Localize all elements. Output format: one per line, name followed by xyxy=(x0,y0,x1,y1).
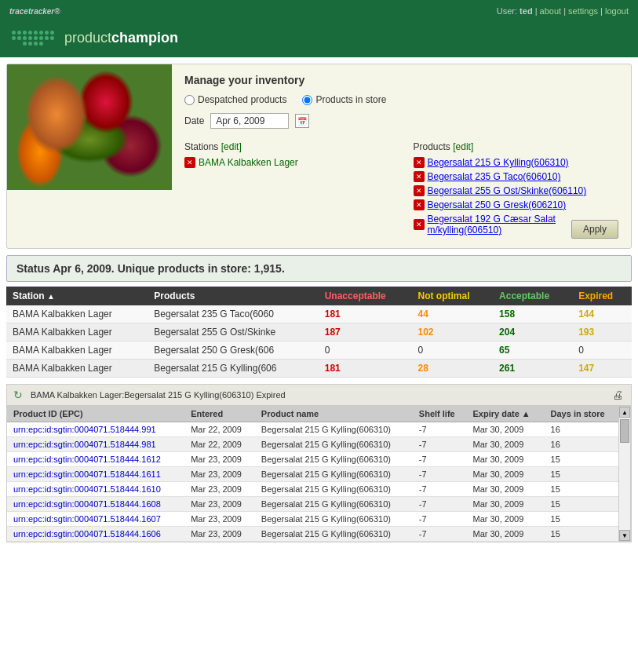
about-link[interactable]: about xyxy=(540,6,562,16)
station-item-0: ✕ BAMA Kalbakken Lager xyxy=(184,157,390,168)
scroll-thumb[interactable] xyxy=(620,419,629,443)
epc-link-3[interactable]: urn:epc:id:sgtin:0004071.518444.1611 xyxy=(13,469,161,479)
detail-days-3: 15 xyxy=(545,467,618,482)
detail-entered-0: Mar 22, 2009 xyxy=(184,422,255,437)
detail-entered-7: Mar 23, 2009 xyxy=(184,527,255,542)
detail-shelf-life-3: -7 xyxy=(413,467,467,482)
detail-col-expiry[interactable]: Expiry date ▲ xyxy=(466,406,544,422)
row-not-optimal-1[interactable]: 102 xyxy=(411,323,493,341)
logout-link[interactable]: logout xyxy=(605,6,629,16)
row-expired-2: 0 xyxy=(572,341,632,360)
stations-edit-link[interactable]: [edit] xyxy=(221,141,242,152)
detail-col-product-name: Product name xyxy=(255,406,413,422)
col-expired: Expired xyxy=(572,287,632,305)
detail-epc-4[interactable]: urn:epc:id:sgtin:0004071.518444.1610 xyxy=(7,482,184,497)
row-unacceptable-1[interactable]: 187 xyxy=(319,323,412,341)
product-remove-icon-2[interactable]: ✕ xyxy=(414,185,425,196)
row-acceptable-0[interactable]: 158 xyxy=(493,305,572,323)
detail-epc-1[interactable]: urn:epc:id:sgtin:0004071.518444.981 xyxy=(7,437,184,452)
epc-link-4[interactable]: urn:epc:id:sgtin:0004071.518444.1610 xyxy=(13,484,161,494)
product-link-3[interactable]: Begersalat 250 G Gresk(606210) xyxy=(428,199,567,210)
detail-days-1: 16 xyxy=(545,437,618,452)
detail-epc-2[interactable]: urn:epc:id:sgtin:0004071.518444.1612 xyxy=(7,452,184,467)
station-remove-icon-0[interactable]: ✕ xyxy=(184,157,195,168)
row-station-2: BAMA Kalbakken Lager xyxy=(6,341,148,360)
date-row: Date 📅 xyxy=(184,113,618,129)
inventory-form: Manage your inventory Despatched product… xyxy=(172,64,631,248)
detail-product-name-6: Begersalat 215 G Kylling(606310) xyxy=(255,512,413,527)
product-item-3: ✕ Begersalat 250 G Gresk(606210) xyxy=(414,199,619,210)
detail-table-row: urn:epc:id:sgtin:0004071.518444.1606 Mar… xyxy=(7,527,618,542)
vertical-scrollbar[interactable]: ▲ ▼ xyxy=(618,406,631,542)
detail-table-row: urn:epc:id:sgtin:0004071.518444.1608 Mar… xyxy=(7,497,618,512)
row-acceptable-2[interactable]: 65 xyxy=(493,341,572,360)
epc-link-7[interactable]: urn:epc:id:sgtin:0004071.518444.1606 xyxy=(13,529,161,539)
row-unacceptable-3[interactable]: 181 xyxy=(319,360,412,378)
product-image xyxy=(7,64,172,248)
product-link-0[interactable]: Begersalat 215 G Kylling(606310) xyxy=(428,157,569,168)
col-products: Products xyxy=(148,287,318,305)
detail-shelf-life-7: -7 xyxy=(413,527,467,542)
detail-expiry-0: Mar 30, 2009 xyxy=(466,422,544,437)
epc-link-0[interactable]: urn:epc:id:sgtin:0004071.518444.991 xyxy=(13,425,156,434)
print-icon[interactable]: 🖨 xyxy=(612,389,625,401)
username: ted xyxy=(520,6,533,16)
detail-entered-1: Mar 22, 2009 xyxy=(184,437,255,452)
product-remove-icon-1[interactable]: ✕ xyxy=(414,171,425,182)
epc-link-2[interactable]: urn:epc:id:sgtin:0004071.518444.1612 xyxy=(13,455,161,464)
detail-col-shelf-life: Shelf life xyxy=(413,406,467,422)
detail-expiry-3: Mar 30, 2009 xyxy=(466,467,544,482)
detail-epc-7[interactable]: urn:epc:id:sgtin:0004071.518444.1606 xyxy=(7,527,184,542)
detail-expiry-1: Mar 30, 2009 xyxy=(466,437,544,452)
detail-product-name-5: Begersalat 215 G Kylling(606310) xyxy=(255,497,413,512)
product-link-2[interactable]: Begersalat 255 G Ost/Skinke(606110) xyxy=(428,185,587,196)
col-station[interactable]: Station ▲ xyxy=(6,287,148,305)
apply-button[interactable]: Apply xyxy=(571,220,618,239)
detail-table-row: urn:epc:id:sgtin:0004071.518444.1610 Mar… xyxy=(7,482,618,497)
subheader: productchampion xyxy=(0,21,638,57)
settings-link[interactable]: settings xyxy=(568,6,598,16)
detail-expiry-7: Mar 30, 2009 xyxy=(466,527,544,542)
detail-shelf-life-0: -7 xyxy=(413,422,467,437)
detail-entered-4: Mar 23, 2009 xyxy=(184,482,255,497)
radio-despatched-label[interactable]: Despatched products xyxy=(184,94,286,105)
detail-table-row: urn:epc:id:sgtin:0004071.518444.1607 Mar… xyxy=(7,512,618,527)
detail-epc-3[interactable]: urn:epc:id:sgtin:0004071.518444.1611 xyxy=(7,467,184,482)
refresh-icon[interactable]: ↻ xyxy=(13,389,26,401)
detail-epc-0[interactable]: urn:epc:id:sgtin:0004071.518444.991 xyxy=(7,422,184,437)
radio-store-label[interactable]: Products in store xyxy=(302,94,386,105)
detail-table-row: urn:epc:id:sgtin:0004071.518444.991 Mar … xyxy=(7,422,618,437)
detail-epc-5[interactable]: urn:epc:id:sgtin:0004071.518444.1608 xyxy=(7,497,184,512)
date-label: Date xyxy=(184,115,204,126)
detail-epc-6[interactable]: urn:epc:id:sgtin:0004071.518444.1607 xyxy=(7,512,184,527)
main-table-row: BAMA Kalbakken Lager Begersalat 250 G Gr… xyxy=(6,341,632,360)
row-expired-3[interactable]: 147 xyxy=(572,360,632,378)
epc-link-6[interactable]: urn:epc:id:sgtin:0004071.518444.1607 xyxy=(13,514,161,524)
date-input[interactable] xyxy=(210,113,289,129)
stations-title: Stations [edit] xyxy=(184,141,390,152)
detail-table-row: urn:epc:id:sgtin:0004071.518444.981 Mar … xyxy=(7,437,618,452)
product-remove-icon-0[interactable]: ✕ xyxy=(414,157,425,168)
radio-store[interactable] xyxy=(302,95,312,105)
row-not-optimal-3[interactable]: 28 xyxy=(411,360,493,378)
row-expired-0[interactable]: 144 xyxy=(572,305,632,323)
detail-entered-6: Mar 23, 2009 xyxy=(184,512,255,527)
scroll-up-arrow[interactable]: ▲ xyxy=(619,407,630,418)
row-acceptable-3[interactable]: 261 xyxy=(493,360,572,378)
product-remove-icon-3[interactable]: ✕ xyxy=(414,199,425,210)
row-expired-1[interactable]: 193 xyxy=(572,323,632,341)
epc-link-1[interactable]: urn:epc:id:sgtin:0004071.518444.981 xyxy=(13,440,156,449)
radio-despatched[interactable] xyxy=(184,95,195,105)
row-not-optimal-0[interactable]: 44 xyxy=(411,305,493,323)
row-unacceptable-0[interactable]: 181 xyxy=(319,305,412,323)
col-acceptable: Acceptable xyxy=(493,287,572,305)
product-remove-icon-4[interactable]: ✕ xyxy=(414,219,425,230)
row-station-1: BAMA Kalbakken Lager xyxy=(6,323,148,341)
calendar-icon[interactable]: 📅 xyxy=(295,114,309,128)
product-link-1[interactable]: Begersalat 235 G Taco(606010) xyxy=(428,171,561,182)
scroll-down-arrow[interactable]: ▼ xyxy=(619,530,630,541)
row-unacceptable-2: 0 xyxy=(319,341,412,360)
products-edit-link[interactable]: [edit] xyxy=(453,141,473,152)
epc-link-5[interactable]: urn:epc:id:sgtin:0004071.518444.1608 xyxy=(13,499,161,509)
row-acceptable-1[interactable]: 204 xyxy=(493,323,572,341)
